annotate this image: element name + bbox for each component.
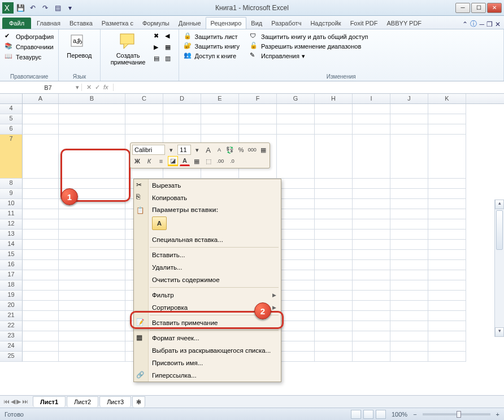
- track-changes-button[interactable]: ✎Исправления ▾: [250, 51, 368, 60]
- cell-H23[interactable]: [315, 331, 353, 341]
- cell-J6[interactable]: [390, 124, 428, 135]
- cell-B5[interactable]: [59, 114, 125, 124]
- mini-size-select[interactable]: [177, 145, 191, 155]
- cell-I18[interactable]: [353, 280, 390, 291]
- cell-K9[interactable]: [428, 189, 466, 199]
- cell-K19[interactable]: [428, 291, 466, 301]
- cell-G15[interactable]: [277, 250, 315, 260]
- row-header-6[interactable]: 6: [0, 124, 23, 135]
- chevron-down-icon[interactable]: ▾: [167, 145, 176, 155]
- workbook-close-icon[interactable]: ✕: [495, 20, 501, 28]
- cell-H6[interactable]: [315, 124, 353, 135]
- row-header-10[interactable]: 10: [0, 199, 23, 209]
- format-painter-icon[interactable]: ▦: [259, 145, 268, 155]
- view-break-icon[interactable]: [376, 410, 386, 419]
- row-header-18[interactable]: 18: [0, 280, 23, 291]
- row-header-22[interactable]: 22: [0, 321, 23, 331]
- print-icon[interactable]: ▤: [52, 2, 63, 14]
- cell-B19[interactable]: [59, 291, 125, 301]
- col-header-H[interactable]: H: [315, 94, 353, 103]
- bold-icon[interactable]: Ж: [132, 156, 142, 166]
- ctx-filter[interactable]: Фильтр▶: [134, 289, 281, 301]
- cell-H15[interactable]: [315, 250, 353, 260]
- sheet-nav-last-icon[interactable]: ⏭: [22, 398, 28, 405]
- cell-D4[interactable]: [163, 104, 201, 114]
- zoom-slider[interactable]: [423, 413, 490, 415]
- cell-D6[interactable]: [163, 124, 201, 135]
- cell-C4[interactable]: [125, 104, 163, 114]
- cell-H22[interactable]: [315, 321, 353, 331]
- mini-font-select[interactable]: [132, 145, 165, 155]
- cell-A5[interactable]: [23, 114, 59, 124]
- ctx-define-name[interactable]: Присвоить имя...: [134, 357, 281, 369]
- cell-B8[interactable]: [59, 179, 125, 189]
- cell-I24[interactable]: [353, 341, 390, 352]
- cell-G24[interactable]: [277, 341, 315, 352]
- scroll-thumb[interactable]: [496, 210, 503, 250]
- cell-J22[interactable]: [390, 321, 428, 331]
- cell-E4[interactable]: [201, 104, 239, 114]
- cell-I10[interactable]: [353, 199, 390, 209]
- cell-H13[interactable]: [315, 230, 353, 240]
- spelling-button[interactable]: ✔Орфография: [5, 32, 54, 41]
- tab-layout[interactable]: Разметка с: [97, 18, 138, 29]
- col-header-K[interactable]: K: [428, 94, 466, 103]
- cell-J10[interactable]: [390, 199, 428, 209]
- sheet-nav-first-icon[interactable]: ⏮: [3, 398, 10, 405]
- ctx-insert[interactable]: Вставить...: [134, 249, 281, 261]
- cell-F6[interactable]: [239, 124, 277, 135]
- cell-C5[interactable]: [125, 114, 163, 124]
- sheet-nav-prev-icon[interactable]: ◀: [11, 398, 15, 405]
- decrease-decimal-icon[interactable]: .0: [227, 156, 237, 166]
- cell-H11[interactable]: [315, 209, 353, 219]
- ctx-cut[interactable]: ✂Вырезать: [134, 179, 281, 192]
- ctx-delete[interactable]: Удалить...: [134, 261, 281, 274]
- increase-decimal-icon[interactable]: .00: [215, 156, 225, 166]
- cell-I21[interactable]: [353, 311, 390, 321]
- cell-A24[interactable]: [23, 341, 59, 352]
- scroll-up-icon[interactable]: ▴: [495, 200, 504, 209]
- cell-H17[interactable]: [315, 270, 353, 280]
- cell-A14[interactable]: [23, 240, 59, 250]
- row-header-9[interactable]: 9: [0, 189, 23, 199]
- new-comment-button[interactable]: Создать примечание: [105, 32, 151, 80]
- cell-G23[interactable]: [277, 331, 315, 341]
- cell-J14[interactable]: [390, 240, 428, 250]
- cell-H16[interactable]: [315, 260, 353, 270]
- fill-color-icon[interactable]: ◪: [168, 156, 178, 166]
- cell-G20[interactable]: [277, 301, 315, 311]
- cell-H5[interactable]: [315, 114, 353, 124]
- cell-J18[interactable]: [390, 280, 428, 291]
- cell-G12[interactable]: [277, 219, 315, 230]
- cell-J25[interactable]: [390, 352, 428, 362]
- cell-H24[interactable]: [315, 341, 353, 352]
- qat-customize-icon[interactable]: ▾: [64, 2, 76, 14]
- cell-G19[interactable]: [277, 291, 315, 301]
- cell-G9[interactable]: [277, 189, 315, 199]
- cell-I25[interactable]: [353, 352, 390, 362]
- cell-B17[interactable]: [59, 270, 125, 280]
- cell-B20[interactable]: [59, 301, 125, 311]
- translate-button[interactable]: aあ Перевод: [63, 32, 95, 60]
- row-header-19[interactable]: 19: [0, 291, 23, 301]
- chevron-down-icon[interactable]: ▾: [193, 145, 202, 155]
- cell-G18[interactable]: [277, 280, 315, 291]
- protect-workbook-button[interactable]: 🔐Защитить книгу: [184, 42, 240, 51]
- cell-C6[interactable]: [125, 124, 163, 135]
- cell-G4[interactable]: [277, 104, 315, 114]
- cell-H18[interactable]: [315, 280, 353, 291]
- help-icon[interactable]: ⓘ: [470, 19, 477, 29]
- col-header-A[interactable]: A: [23, 94, 59, 103]
- view-normal-icon[interactable]: [351, 410, 361, 419]
- row-header-25[interactable]: 25: [0, 352, 23, 362]
- cell-I20[interactable]: [353, 301, 390, 311]
- cell-B15[interactable]: [59, 250, 125, 260]
- cell-A17[interactable]: [23, 270, 59, 280]
- workbook-minimize-icon[interactable]: ─: [479, 20, 484, 28]
- cell-A19[interactable]: [23, 291, 59, 301]
- close-button[interactable]: ✕: [487, 3, 502, 13]
- cell-A8[interactable]: [23, 179, 59, 189]
- cell-B6[interactable]: [59, 124, 125, 135]
- cell-J19[interactable]: [390, 291, 428, 301]
- cell-I14[interactable]: [353, 240, 390, 250]
